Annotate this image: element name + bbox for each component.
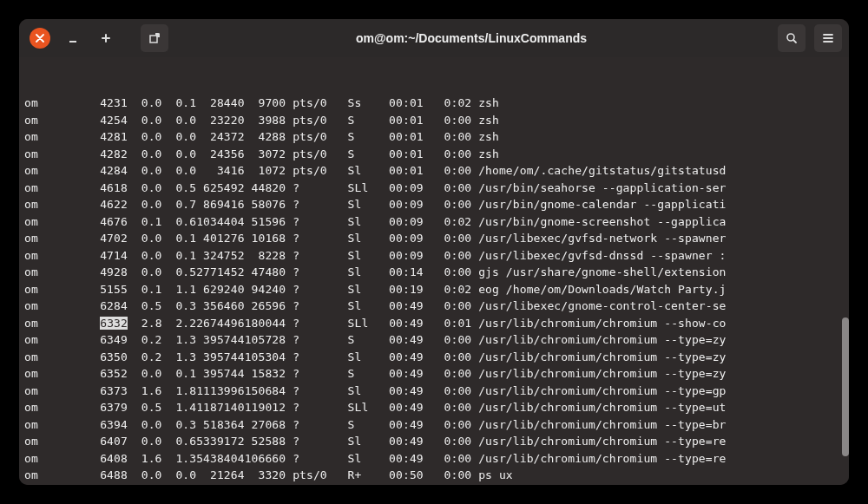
process-row: om 6284 0.5 0.3 356460 26596 ? Sl 00:49 …: [24, 298, 844, 315]
process-row: om 4231 0.0 0.1 28440 9700 pts/0 Ss 00:0…: [24, 95, 844, 112]
process-row: om 4284 0.0 0.0 3416 1072 pts/0 Sl 00:01…: [24, 162, 844, 180]
process-row: om 6332 2.8 2.22674496180044 ? SLl 00:49…: [24, 315, 844, 332]
new-window-icon: [148, 32, 161, 44]
process-row: om 6408 1.6 1.35438404106660 ? Sl 00:49 …: [24, 450, 844, 468]
close-icon: [36, 34, 44, 43]
process-row: om 6407 0.0 0.65339172 52588 ? Sl 00:49 …: [24, 433, 844, 450]
process-row: om 6394 0.0 0.3 518364 27068 ? S 00:49 0…: [24, 416, 844, 434]
minimize-button[interactable]: [59, 24, 87, 52]
process-row: om 4618 0.0 0.5 625492 44820 ? SLl 00:09…: [24, 180, 844, 197]
new-tab-button[interactable]: [92, 24, 120, 52]
process-row: om 4282 0.0 0.0 24356 3072 pts/0 S 00:01…: [24, 146, 844, 163]
process-row: om 4702 0.0 0.1 401276 10168 ? Sl 00:09 …: [24, 230, 844, 247]
process-row: om 4928 0.0 0.52771452 47480 ? Sl 00:14 …: [24, 264, 844, 281]
process-row: om 4714 0.0 0.1 324752 8228 ? Sl 00:09 0…: [24, 247, 844, 265]
plus-icon: [100, 32, 112, 44]
process-row: om 6379 0.5 1.41187140119012 ? SLl 00:49…: [24, 399, 844, 416]
svg-rect-0: [69, 41, 76, 43]
process-row: om 4676 0.1 0.61034404 51596 ? Sl 00:09 …: [24, 213, 844, 231]
search-button[interactable]: [778, 24, 806, 52]
terminal-window: om@om:~/Documents/LinuxCommands om 4231 …: [19, 19, 849, 485]
process-row: om 6488 0.0 0.0 21264 3320 pts/0 R+ 00:5…: [24, 467, 844, 484]
titlebar: om@om:~/Documents/LinuxCommands: [19, 19, 849, 57]
process-row: om 4254 0.0 0.0 23220 3988 pts/0 S 00:01…: [24, 112, 844, 129]
process-row: om 6349 0.2 1.3 395744105728 ? S 00:49 0…: [24, 331, 844, 349]
scrollbar-thumb[interactable]: [842, 317, 849, 456]
hamburger-icon: [822, 32, 834, 44]
process-row: om 6373 1.6 1.81113996150684 ? Sl 00:49 …: [24, 383, 844, 400]
process-row: om 4281 0.0 0.0 24372 4288 pts/0 S 00:01…: [24, 128, 844, 146]
search-icon: [786, 32, 798, 44]
close-button[interactable]: [30, 28, 50, 49]
window-title: om@om:~/Documents/LinuxCommands: [174, 31, 769, 45]
process-row: om 4622 0.0 0.7 869416 58076 ? Sl 00:09 …: [24, 196, 844, 213]
process-row: om 5155 0.1 1.1 629240 94240 ? Sl 00:19 …: [24, 281, 844, 298]
new-window-button[interactable]: [141, 24, 168, 52]
minimize-icon: [68, 33, 78, 43]
process-row: om 6352 0.0 0.1 395744 15832 ? S 00:49 0…: [24, 365, 844, 383]
menu-button[interactable]: [814, 24, 842, 52]
svg-rect-1: [150, 36, 157, 43]
terminal-output[interactable]: om 4231 0.0 0.1 28440 9700 pts/0 Ss 00:0…: [19, 57, 849, 485]
process-row: om 6350 0.2 1.3 395744105304 ? Sl 00:49 …: [24, 349, 844, 366]
